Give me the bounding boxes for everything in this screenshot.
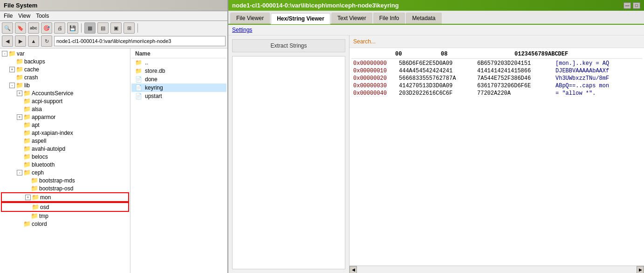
- tree-item-tmp[interactable]: 📁 tmp: [1, 212, 129, 220]
- hex-bytes2-4: 77202A220A: [477, 90, 552, 97]
- expander-lib[interactable]: -: [9, 83, 15, 88]
- tab-metadata[interactable]: Metadata: [406, 13, 441, 24]
- file-item-keyring[interactable]: 📄 keyring: [131, 84, 226, 92]
- nav-refresh[interactable]: ↻: [41, 35, 52, 47]
- nav-up[interactable]: ▲: [28, 35, 39, 47]
- extract-strings-body: [232, 56, 345, 269]
- target-btn[interactable]: 🎯: [41, 22, 52, 34]
- bookmark-btn[interactable]: 🔖: [15, 22, 26, 34]
- expander-ceph[interactable]: -: [17, 170, 22, 175]
- nav-back[interactable]: ◀: [2, 35, 13, 47]
- folder-icon-tmp: 📁: [31, 212, 38, 219]
- hex-ascii-1: DJEBBVAAAAAbAAXf: [555, 68, 609, 74]
- tree-label-acpi: acpi-support: [32, 98, 62, 105]
- col-08-header: 08: [441, 51, 511, 57]
- tree-item-backups[interactable]: 📁 backups: [1, 57, 129, 65]
- tree-label-lib: lib: [24, 82, 30, 89]
- tree-item-apparmor[interactable]: + 📁 apparmor: [1, 113, 129, 121]
- tab-text-viewer[interactable]: Text Viewer: [331, 13, 372, 24]
- tab-file-info[interactable]: File Info: [373, 13, 405, 24]
- hex-row-0[interactable]: 0x00000000 5B6D6F6E2E5D0A09 6B6579203D20…: [351, 60, 642, 67]
- settings-link[interactable]: Settings: [232, 27, 252, 33]
- tree-item-alsa[interactable]: 📁 alsa: [1, 105, 129, 113]
- floppy-btn[interactable]: 💾: [67, 22, 78, 34]
- file-label-parent: ..: [145, 59, 148, 66]
- scroll-track[interactable]: [357, 266, 637, 273]
- minimize-btn[interactable]: —: [623, 2, 631, 9]
- folder-icon-bootstrap-osd: 📁: [31, 185, 38, 192]
- tree-item-mon[interactable]: + 📁 mon: [1, 192, 129, 202]
- folder-icon-alsa: 📁: [23, 105, 31, 112]
- expander-cache[interactable]: +: [9, 67, 15, 72]
- menu-file[interactable]: File: [4, 13, 13, 19]
- file-item-parent[interactable]: 📁 ..: [131, 58, 226, 67]
- folder-icon-AccountsService: 📁: [23, 90, 31, 97]
- win-controls: — □: [623, 2, 640, 9]
- list-btn[interactable]: ▤: [97, 22, 109, 34]
- menu-tools[interactable]: Tools: [36, 13, 49, 19]
- hex-bytes2-3: 63617073206D6F6E: [477, 83, 552, 89]
- grid-btn[interactable]: ▦: [84, 22, 96, 34]
- tree-item-bootstrap-mds[interactable]: 📁 bootstrap-mds: [1, 176, 129, 184]
- scroll-left-btn[interactable]: ◀: [349, 266, 357, 273]
- hex-bytes2-2: 7A544E752F386D46: [477, 75, 552, 82]
- folder-icon-mon: 📁: [32, 194, 39, 201]
- content-area: - 📁 var 📁 backups + 📁 cache 📁: [0, 49, 227, 273]
- tree-item-apt-xapian[interactable]: 📁 apt-xapian-index: [1, 129, 129, 137]
- hex-scrollbar-h[interactable]: ◀ ▶: [349, 266, 644, 273]
- tree-label-apparmor: apparmor: [32, 114, 55, 120]
- folder-icon-acpi: 📁: [23, 98, 31, 105]
- tab-file-viewer[interactable]: File Viewer: [230, 13, 270, 24]
- tree-label-bluetooth: bluetooth: [32, 161, 55, 168]
- abc-btn[interactable]: abc: [28, 22, 39, 34]
- tree-item-ceph[interactable]: - 📁 ceph: [1, 168, 129, 176]
- tab-hex-string-viewer[interactable]: Hex/String Viewer: [271, 13, 330, 24]
- hex-row-4[interactable]: 0x00000040 203D2022616C6C6F 77202A220A =…: [351, 90, 642, 97]
- tree-item-acpi[interactable]: 📁 acpi-support: [1, 97, 129, 105]
- tree-item-aspell[interactable]: 📁 aspell: [1, 137, 129, 145]
- left-title: File System: [4, 2, 37, 9]
- tree-item-AccountsService[interactable]: + 📁 AccountsService: [1, 89, 129, 97]
- tree-item-osd[interactable]: 📁 osd: [1, 202, 129, 212]
- print-btn[interactable]: 🖨: [54, 22, 65, 34]
- tree-item-avahi[interactable]: 📁 avahi-autoipd: [1, 145, 129, 153]
- file-label-keyring: keyring: [145, 84, 163, 91]
- tree-item-crash[interactable]: 📁 crash: [1, 73, 129, 81]
- tree-label-tmp: tmp: [39, 213, 48, 219]
- detail-btn[interactable]: ▣: [110, 22, 122, 34]
- file-icon-done: 📄: [135, 76, 142, 83]
- tree-item-cache[interactable]: + 📁 cache: [1, 65, 129, 73]
- address-input[interactable]: [54, 36, 226, 46]
- files-header: Name: [131, 49, 226, 58]
- nav-fwd[interactable]: ▶: [15, 35, 26, 47]
- viewer-content: Extract Strings Search... 00 08 01234567…: [228, 35, 644, 273]
- expander-mon[interactable]: +: [25, 195, 31, 200]
- tree-item-apt[interactable]: 📁 apt: [1, 121, 129, 129]
- expander-AccountsService[interactable]: +: [17, 91, 22, 96]
- file-item-store[interactable]: 📁 store.db: [131, 67, 226, 75]
- tree-item-belocs[interactable]: 📁 belocs: [1, 153, 129, 161]
- file-item-upstart[interactable]: 📄 upstart: [131, 92, 226, 100]
- tree-item-var[interactable]: - 📁 var: [1, 49, 129, 57]
- maximize-btn[interactable]: □: [633, 2, 640, 9]
- scroll-right-btn[interactable]: ▶: [637, 266, 644, 273]
- hex-row-3[interactable]: 0x00000030 414270513D3D0A09 63617073206D…: [351, 82, 642, 90]
- expander-apparmor[interactable]: +: [17, 114, 22, 120]
- search-btn[interactable]: 🔍: [2, 22, 13, 34]
- menu-view[interactable]: View: [18, 13, 30, 19]
- tree-item-lib[interactable]: - 📁 lib: [1, 81, 129, 89]
- hex-row-2[interactable]: 0x00000020 5666833555762787A 7A544E752F3…: [351, 75, 642, 82]
- folder-icon-apt-xapian: 📁: [23, 129, 31, 136]
- col-ascii-header: 0123456789ABCDEF: [514, 51, 640, 57]
- search-link[interactable]: Search...: [353, 38, 376, 45]
- tree-item-bluetooth[interactable]: 📁 bluetooth: [1, 161, 129, 168]
- tree-item-colord[interactable]: 📁 colord: [1, 220, 129, 228]
- hex-row-1[interactable]: 0x00000010 444A454542424241 414141424141…: [351, 67, 642, 75]
- hex-content[interactable]: 00 08 0123456789ABCDEF 0x00000000 5B6D6F…: [349, 48, 644, 266]
- tree-item-bootstrap-osd[interactable]: 📁 bootstrap-osd: [1, 184, 129, 192]
- hex-addr-3: 0x00000030: [353, 83, 395, 89]
- thumb-btn[interactable]: ⊞: [123, 22, 135, 34]
- file-item-done[interactable]: 📄 done: [131, 75, 226, 84]
- hex-search-bar: Search...: [349, 35, 644, 48]
- expander-var[interactable]: -: [2, 51, 7, 56]
